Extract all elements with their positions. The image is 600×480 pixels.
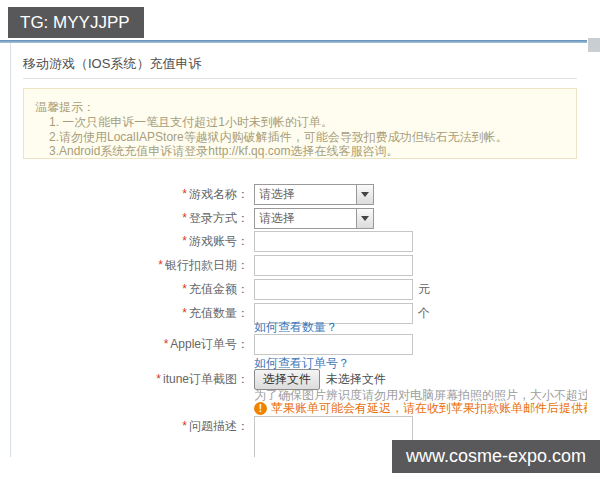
form-row-login-method: *登录方式： 请选择 — [11, 208, 374, 229]
notice-item: 1. 一次只能申诉一笔且支付超过1小时未到帐的订单。 — [49, 115, 508, 130]
field-label-text: 游戏账号： — [189, 234, 249, 248]
login-method-select[interactable]: 请选择 — [254, 208, 374, 229]
required-asterisk: * — [182, 306, 187, 320]
unit-ge-label: 个 — [418, 305, 430, 322]
field-label-text: 问题描述： — [189, 419, 249, 433]
scrollbar-thumb[interactable] — [588, 38, 600, 52]
recharge-amount-input[interactable] — [254, 279, 413, 300]
notice-item: 3.Android系统充值申诉请登录http://kf.qq.com选择在线客服… — [49, 144, 508, 159]
form-row-recharge-quantity: *充值数量： 个 — [11, 303, 430, 324]
field-label-text: 充值数量： — [189, 306, 249, 320]
form-row-apple-order: *Apple订单号： — [11, 334, 413, 355]
problem-description-textarea[interactable] — [254, 416, 413, 457]
field-label: *游戏名称： — [11, 184, 249, 205]
field-label: *itune订单截图： — [11, 369, 249, 390]
main-content: 移动游戏（IOS系统）充值申诉 温馨提示： 1. 一次只能申诉一笔且支付超过1小… — [10, 42, 587, 457]
required-asterisk: * — [158, 258, 163, 272]
game-account-input[interactable] — [254, 231, 413, 252]
notice-item: 2.请勿使用LocalIAPStore等越狱内购破解插件，可能会导致扣费成功但钻… — [49, 130, 508, 145]
apple-order-number-input[interactable] — [254, 334, 413, 355]
tg-watermark-badge: TG: MYYJJPP — [8, 7, 144, 38]
form-row-recharge-amount: *充值金额： 元 — [11, 279, 430, 300]
unit-yuan-label: 元 — [418, 281, 430, 298]
page-title: 移动游戏（IOS系统）充值申诉 — [23, 55, 201, 73]
page: TG: MYYJJPP 移动游戏（IOS系统）充值申诉 温馨提示： 1. 一次只… — [0, 0, 600, 480]
required-asterisk: * — [182, 234, 187, 248]
form-row-game-account: *游戏账号： — [11, 231, 413, 252]
form-row-problem-description: *问题描述： — [11, 416, 413, 457]
field-label: *问题描述： — [11, 416, 249, 437]
form-row-bank-date: *银行扣款日期： — [11, 255, 413, 276]
form-row-game-name: *游戏名称： 请选择 — [11, 184, 374, 205]
field-label: *充值金额： — [11, 279, 249, 300]
field-label-text: 登录方式： — [189, 211, 249, 225]
field-label-text: itune订单截图： — [163, 372, 249, 386]
required-asterisk: * — [182, 282, 187, 296]
chevron-down-icon — [356, 185, 373, 204]
game-name-select[interactable]: 请选择 — [254, 184, 374, 205]
notice-list: 1. 一次只能申诉一笔且支付超过1小时未到帐的订单。 2.请勿使用LocalIA… — [49, 115, 508, 159]
field-label-text: Apple订单号： — [170, 337, 249, 351]
field-label: *银行扣款日期： — [11, 255, 249, 276]
title-divider — [23, 78, 577, 79]
required-asterisk: * — [164, 337, 169, 351]
warning-text: 苹果账单可能会有延迟，请在收到苹果扣款账单邮件后提供截图投诉，谢谢！ — [271, 400, 587, 417]
apple-bill-warning: ! 苹果账单可能会有延迟，请在收到苹果扣款账单邮件后提供截图投诉，谢谢！ — [254, 400, 587, 417]
site-watermark: www.cosme-expo.com — [392, 440, 600, 473]
field-label-text: 充值金额： — [189, 282, 249, 296]
field-label-text: 游戏名称： — [189, 187, 249, 201]
required-asterisk: * — [156, 372, 161, 386]
bank-deduction-date-input[interactable] — [254, 255, 413, 276]
notice-heading: 温馨提示： — [35, 99, 95, 116]
field-label-text: 银行扣款日期： — [165, 258, 249, 272]
file-status-text: 未选择文件 — [326, 371, 386, 388]
field-label: *游戏账号： — [11, 231, 249, 252]
required-asterisk: * — [182, 187, 187, 201]
warning-icon: ! — [254, 402, 267, 415]
required-asterisk: * — [182, 419, 187, 433]
field-label: *Apple订单号： — [11, 334, 249, 355]
required-asterisk: * — [182, 211, 187, 225]
select-value: 请选择 — [255, 186, 356, 203]
notice-box: 温馨提示： 1. 一次只能申诉一笔且支付超过1小时未到帐的订单。 2.请勿使用L… — [23, 88, 577, 159]
field-label: *充值数量： — [11, 303, 249, 324]
select-value: 请选择 — [255, 210, 356, 227]
chevron-down-icon — [356, 209, 373, 228]
top-divider-line — [0, 40, 587, 43]
field-label: *登录方式： — [11, 208, 249, 229]
